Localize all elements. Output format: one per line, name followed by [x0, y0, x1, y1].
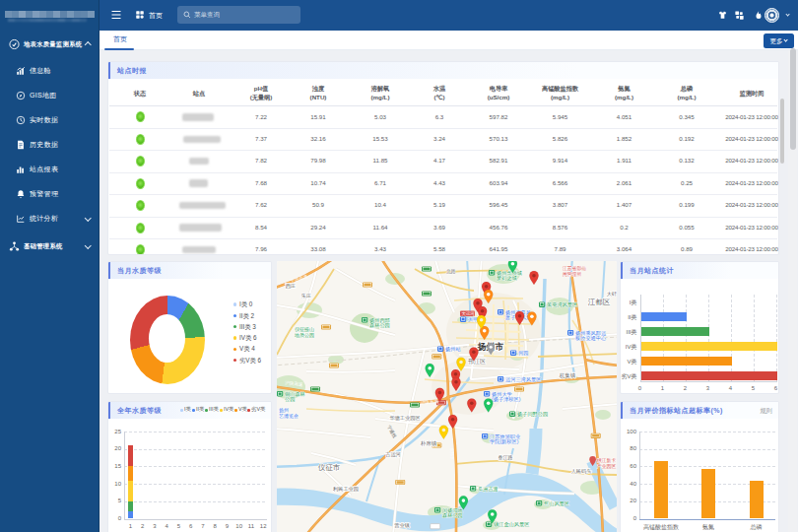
svg-text:江都区: 江都区 — [588, 298, 611, 306]
svg-text:地质公园: 地质公园 — [294, 332, 314, 339]
svg-text:艺博览会: 艺博览会 — [279, 413, 299, 420]
svg-text:梦幻之城: 梦幻之城 — [497, 275, 517, 282]
svg-text:闸管理所: 闸管理所 — [563, 271, 581, 278]
svg-text:公园: 公园 — [285, 396, 295, 402]
svg-text:朱庄: 朱庄 — [301, 293, 311, 299]
svg-text:西庄: 西庄 — [286, 283, 296, 289]
svg-text:焦山风景区: 焦山风景区 — [544, 500, 569, 506]
svg-text:营业镇: 营业镇 — [394, 522, 410, 529]
svg-text:春江路: 春江路 — [499, 454, 513, 461]
svg-text:茱萸湾风景区: 茱萸湾风景区 — [547, 301, 577, 308]
svg-text:何园: 何园 — [518, 350, 528, 356]
svg-text:杭集镇: 杭集镇 — [559, 372, 576, 379]
svg-text:仪征市: 仪征市 — [318, 463, 341, 472]
svg-text:利民工业园: 利民工业园 — [333, 486, 359, 492]
svg-text:扬子问野公园: 扬子问野公园 — [517, 411, 548, 418]
svg-text:镇江新卡: 镇江新卡 — [596, 457, 616, 463]
svg-text:大运河: 大运河 — [462, 311, 476, 316]
svg-text:邗江区: 邗江区 — [468, 358, 486, 365]
svg-text:学院(新校区): 学院(新校区) — [490, 438, 519, 445]
svg-text:镇江金山风景区: 镇江金山风景区 — [494, 521, 529, 528]
svg-text:板位交通中心: 板位交通中心 — [574, 335, 607, 341]
svg-text:森林公园: 森林公园 — [442, 512, 463, 518]
svg-text:朴席镇: 朴席镇 — [420, 440, 437, 446]
svg-text:华塘工业园区: 华塘工业园区 — [389, 415, 420, 422]
svg-text:森林公园: 森林公园 — [369, 322, 390, 328]
svg-text:S353: S353 — [449, 448, 454, 459]
svg-text:扬州站: 扬州站 — [445, 346, 461, 353]
svg-text:(扬子津校区): (扬子津校区) — [492, 396, 521, 403]
svg-text:瓜洲古渡: 瓜洲古渡 — [478, 486, 499, 493]
svg-text:产业园区: 产业园区 — [597, 463, 616, 469]
svg-text:运河三湾风景区: 运河三湾风景区 — [505, 376, 541, 383]
svg-text:大矸: 大矸 — [607, 291, 617, 297]
svg-text:人民码头: 人民码头 — [571, 468, 592, 474]
svg-text:古运河: 古运河 — [385, 451, 401, 458]
